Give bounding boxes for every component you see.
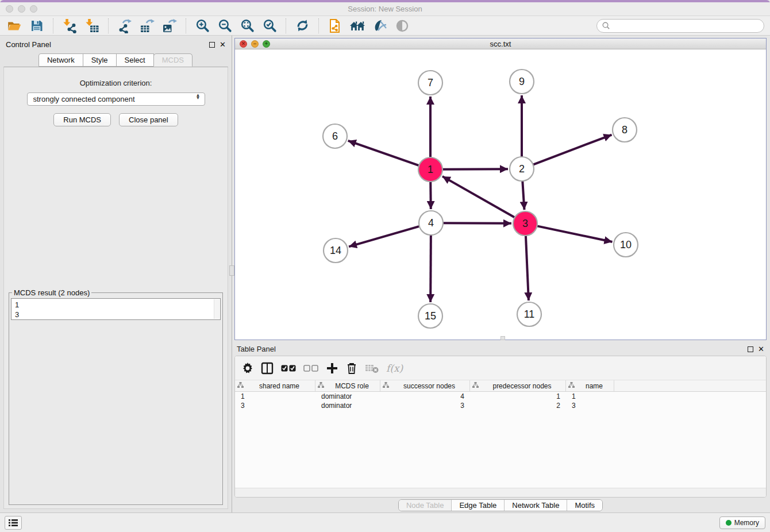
network-window-titlebar[interactable]: ✕ − + scc.txt <box>235 38 766 49</box>
result-scrollbar[interactable] <box>214 299 220 319</box>
network-view-window: ✕ − + scc.txt 7968124314101511 <box>234 38 767 340</box>
open-file-icon[interactable] <box>6 18 23 34</box>
column-flow-icon <box>237 382 244 390</box>
table-cell[interactable]: 2 <box>470 401 566 410</box>
tab-motifs[interactable]: Motifs <box>567 500 602 511</box>
toolbar-separator <box>286 18 286 33</box>
edge-4-3[interactable] <box>443 223 511 223</box>
node-label-2: 2 <box>519 163 525 175</box>
tab-mcds[interactable]: MCDS <box>153 53 192 67</box>
node-label-7: 7 <box>428 77 433 88</box>
application-window: Session: New Session <box>0 0 770 532</box>
tab-network[interactable]: Network <box>38 53 83 67</box>
export-table-icon[interactable] <box>138 18 156 34</box>
gear-icon[interactable] <box>242 361 253 376</box>
zoom-in-icon[interactable] <box>194 18 211 34</box>
edge-1-2[interactable] <box>442 169 508 169</box>
edge-4-15[interactable] <box>430 235 431 302</box>
zoom-out-icon[interactable] <box>216 18 233 34</box>
tab-style[interactable]: Style <box>83 53 117 67</box>
clone-network-icon[interactable] <box>326 18 344 34</box>
table-cell[interactable]: 3 <box>380 401 470 410</box>
optimization-criterion-dropdown[interactable]: strongly connected component ▲▼ <box>27 92 205 106</box>
table-cell[interactable]: 3 <box>566 401 614 410</box>
show-hide-details-icon[interactable] <box>394 18 411 34</box>
edge-3-1[interactable] <box>442 176 515 218</box>
main-toolbar <box>0 16 770 36</box>
paint-visibility-icon[interactable] <box>371 18 388 34</box>
table-scroll-strip[interactable] <box>235 488 766 497</box>
table-cell[interactable]: 1 <box>566 392 614 401</box>
save-session-icon[interactable] <box>28 18 45 34</box>
import-table-icon[interactable] <box>83 18 101 34</box>
column-header-MCDS-role[interactable]: MCDS role <box>315 380 380 391</box>
first-neighbors-icon[interactable] <box>349 18 366 34</box>
deselect-all-icon[interactable] <box>303 361 318 376</box>
column-layout-icon[interactable] <box>261 361 274 376</box>
tab-edge-table[interactable]: Edge Table <box>451 500 504 511</box>
column-header-successor-nodes[interactable]: successor nodes <box>380 380 470 391</box>
node-label-9: 9 <box>519 76 525 87</box>
node-label-10: 10 <box>620 239 632 250</box>
edge-1-6[interactable] <box>348 141 419 165</box>
delete-column-icon[interactable] <box>346 361 357 376</box>
edge-3-11[interactable] <box>526 236 529 300</box>
edge-4-14[interactable] <box>349 226 419 247</box>
task-history-button[interactable] <box>5 516 22 530</box>
table-cell[interactable]: 4 <box>380 392 470 401</box>
float-table-panel-icon[interactable] <box>748 346 753 352</box>
mcds-result-textarea[interactable]: 13 <box>11 298 221 320</box>
memory-button[interactable]: Memory <box>719 516 765 529</box>
close-panel-button[interactable]: Close panel <box>119 113 178 126</box>
table-cell[interactable]: dominator <box>315 392 380 401</box>
float-panel-icon[interactable] <box>209 42 215 48</box>
search-box[interactable] <box>596 19 764 33</box>
column-header-name[interactable]: name <box>566 380 614 391</box>
run-mcds-button[interactable]: Run MCDS <box>53 113 111 126</box>
edge-1-4[interactable] <box>430 182 431 209</box>
export-image-icon[interactable] <box>161 18 178 34</box>
select-all-icon[interactable] <box>281 361 296 376</box>
refresh-layout-icon[interactable] <box>294 18 311 34</box>
result-line: 1 <box>11 299 220 310</box>
column-header-predecessor-nodes[interactable]: predecessor nodes <box>470 380 566 391</box>
table-header-row[interactable]: shared nameMCDS rolesuccessor nodesprede… <box>235 380 766 392</box>
node-label-3: 3 <box>522 218 528 229</box>
edge-2-3[interactable] <box>522 181 524 210</box>
close-table-panel-icon[interactable]: ✕ <box>758 346 764 352</box>
toolbar-separator <box>318 18 319 33</box>
status-bar: Memory <box>0 512 770 532</box>
table-cell[interactable]: 1 <box>470 392 566 401</box>
zoom-selected-icon[interactable] <box>261 18 278 34</box>
close-panel-icon[interactable]: ✕ <box>220 42 226 48</box>
tab-node-table[interactable]: Node Table <box>399 500 452 511</box>
export-network-icon[interactable] <box>116 18 133 34</box>
table-cell[interactable]: 3 <box>235 401 315 410</box>
table-cell[interactable]: dominator <box>315 401 380 410</box>
tab-network-table[interactable]: Network Table <box>504 500 567 511</box>
edge-3-10[interactable] <box>537 226 613 242</box>
table-row[interactable]: 1dominator411 <box>235 392 766 401</box>
node-label-1: 1 <box>428 164 433 175</box>
canvas-resize-handle[interactable] <box>500 336 505 340</box>
table-row[interactable]: 3dominator323 <box>235 401 766 410</box>
delete-table-icon <box>365 361 379 376</box>
network-graph[interactable]: 7968124314101511 <box>235 49 765 338</box>
column-header-shared-name[interactable]: shared name <box>235 380 315 391</box>
splitter-handle[interactable] <box>229 265 234 276</box>
import-network-icon[interactable] <box>61 18 78 34</box>
toolbar-separator <box>108 18 109 33</box>
network-canvas[interactable]: 7968124314101511 <box>235 49 766 340</box>
node-label-4: 4 <box>428 217 434 229</box>
table-cell[interactable]: 1 <box>235 392 315 401</box>
column-flow-icon <box>383 382 389 390</box>
toolbar-separator <box>186 18 186 33</box>
search-input[interactable] <box>613 21 759 30</box>
memory-label: Memory <box>734 519 759 527</box>
zoom-fit-icon[interactable] <box>238 18 256 34</box>
tab-select[interactable]: Select <box>116 53 154 67</box>
titlebar: Session: New Session <box>0 0 770 16</box>
add-column-icon[interactable] <box>326 361 338 376</box>
edge-2-8[interactable] <box>533 135 612 165</box>
list-icon <box>9 519 18 527</box>
